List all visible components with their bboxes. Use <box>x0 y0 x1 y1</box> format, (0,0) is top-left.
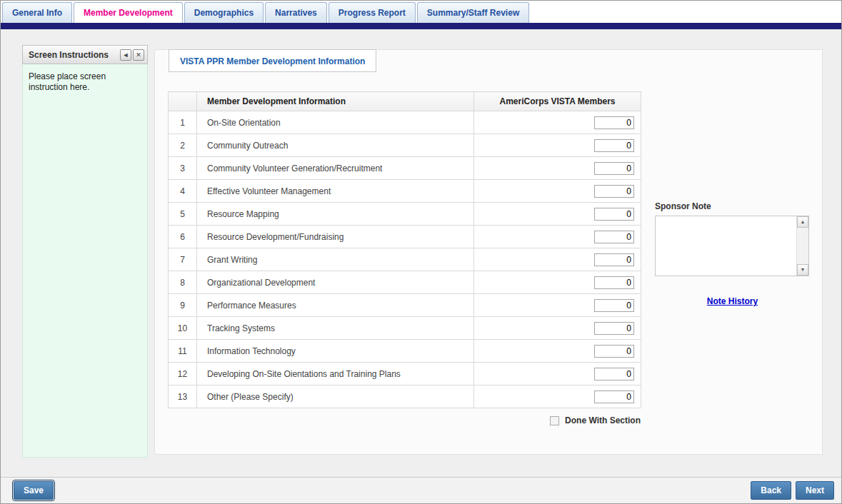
next-button[interactable]: Next <box>796 481 834 500</box>
member-dev-rows: 1On-Site Orientation2Community Outreach3… <box>169 111 641 408</box>
table-row: 8Organizational Development <box>169 271 641 294</box>
screen-instructions-panel: Screen Instructions ◄ ✕ Please place scr… <box>22 45 148 458</box>
row-label: Performance Measures <box>197 294 474 317</box>
row-value-cell <box>474 317 641 340</box>
close-panel-icon[interactable]: ✕ <box>133 49 144 61</box>
row-label: On-Site Orientation <box>197 111 474 134</box>
vista-members-input[interactable] <box>594 139 634 152</box>
workspace: Screen Instructions ◄ ✕ Please place scr… <box>1 29 841 478</box>
row-number: 6 <box>169 226 197 248</box>
vista-members-input[interactable] <box>594 390 634 403</box>
row-value-cell <box>474 248 641 271</box>
header-members-col: AmeriCorps VISTA Members <box>474 92 641 111</box>
row-value-cell <box>474 363 641 385</box>
tab-demographics[interactable]: Demographics <box>184 2 264 23</box>
row-number: 1 <box>169 111 197 134</box>
ppr-application-window: General Info Member Development Demograp… <box>0 0 842 504</box>
vista-members-input[interactable] <box>594 322 634 335</box>
row-label: Effective Volunteer Management <box>197 180 474 203</box>
table-header-row: Member Development Information AmeriCorp… <box>169 92 641 111</box>
screen-instructions-header: Screen Instructions ◄ ✕ <box>22 45 148 64</box>
note-history-link[interactable]: Note History <box>655 296 810 306</box>
row-value-cell <box>474 226 641 248</box>
sponsor-note-section: Sponsor Note ▲ ▼ Note History <box>655 201 810 306</box>
scroll-down-icon[interactable]: ▼ <box>797 264 808 276</box>
row-value-cell <box>474 111 641 134</box>
sponsor-note-box: ▲ ▼ <box>655 216 809 276</box>
member-development-panel: VISTA PPR Member Development Information… <box>154 49 823 455</box>
vista-members-input[interactable] <box>594 162 634 175</box>
row-label: Resource Development/Fundraising <box>197 226 474 248</box>
vista-members-input[interactable] <box>594 231 634 243</box>
screen-instructions-body: Please place screen instruction here. <box>22 64 148 458</box>
row-label: Resource Mapping <box>197 203 474 226</box>
row-number: 2 <box>169 134 197 157</box>
save-button[interactable]: Save <box>14 481 54 500</box>
header-number-col <box>169 92 197 111</box>
tab-general-info[interactable]: General Info <box>2 2 72 23</box>
sponsor-note-label: Sponsor Note <box>655 201 810 211</box>
row-label: Organizational Development <box>197 271 474 294</box>
row-label: Information Technology <box>197 340 474 363</box>
row-number: 8 <box>169 271 197 294</box>
vista-members-input[interactable] <box>594 368 634 380</box>
table-row: 6Resource Development/Fundraising <box>169 226 641 248</box>
done-with-section-label: Done With Section <box>565 415 641 425</box>
screen-instructions-text: Please place screen instruction here. <box>29 71 106 92</box>
vista-members-input[interactable] <box>594 345 634 358</box>
tabbar-underline <box>1 23 841 29</box>
row-number: 9 <box>169 294 197 317</box>
row-label: Community Outreach <box>197 134 474 157</box>
table-row: 5Resource Mapping <box>169 203 641 226</box>
row-value-cell <box>474 134 641 157</box>
done-with-section-row: Done With Section <box>168 415 641 425</box>
row-number: 3 <box>169 157 197 180</box>
vista-members-input[interactable] <box>594 253 634 266</box>
row-number: 5 <box>169 203 197 226</box>
sponsor-note-input[interactable] <box>656 216 796 276</box>
member-development-table: Member Development Information AmeriCorp… <box>168 91 641 408</box>
row-value-cell <box>474 157 641 180</box>
row-value-cell <box>474 340 641 363</box>
sponsor-note-scrollbar[interactable]: ▲ ▼ <box>796 216 808 276</box>
vista-members-input[interactable] <box>594 116 634 129</box>
vista-members-input[interactable] <box>594 299 634 312</box>
row-value-cell <box>474 180 641 203</box>
row-label: Community Volunteer Generation/Recruitme… <box>197 157 474 180</box>
row-number: 4 <box>169 180 197 203</box>
row-value-cell <box>474 203 641 226</box>
table-row: 1On-Site Orientation <box>169 111 641 134</box>
done-with-section-checkbox[interactable] <box>550 416 559 425</box>
row-number: 7 <box>169 248 197 271</box>
table-row: 13Other (Please Specify) <box>169 385 641 408</box>
collapse-panel-icon[interactable]: ◄ <box>120 49 131 61</box>
table-row: 11Information Technology <box>169 340 641 363</box>
vista-members-input[interactable] <box>594 185 634 198</box>
row-label: Grant Writing <box>197 248 474 271</box>
row-number: 11 <box>169 340 197 363</box>
tab-progress-report[interactable]: Progress Report <box>329 2 416 23</box>
screen-instructions-title: Screen Instructions <box>29 50 119 60</box>
scroll-up-icon[interactable]: ▲ <box>797 216 808 228</box>
row-value-cell <box>474 385 641 408</box>
member-development-table-wrap: Member Development Information AmeriCorp… <box>168 91 641 408</box>
tab-narratives[interactable]: Narratives <box>265 2 327 23</box>
vista-members-input[interactable] <box>594 208 634 221</box>
table-row: 4Effective Volunteer Management <box>169 180 641 203</box>
header-info-col: Member Development Information <box>197 92 474 111</box>
vista-members-input[interactable] <box>594 276 634 289</box>
table-row: 12Developing On-Site Oientations and Tra… <box>169 363 641 385</box>
back-button[interactable]: Back <box>751 481 791 500</box>
row-label: Other (Please Specify) <box>197 385 474 408</box>
row-label: Tracking Systems <box>197 317 474 340</box>
footer-bar: Save Back Next <box>1 477 841 503</box>
row-number: 13 <box>169 385 197 408</box>
table-row: 2Community Outreach <box>169 134 641 157</box>
row-number: 10 <box>169 317 197 340</box>
tab-member-development[interactable]: Member Development <box>74 2 183 23</box>
table-row: 10Tracking Systems <box>169 317 641 340</box>
table-row: 7Grant Writing <box>169 248 641 271</box>
table-row: 3Community Volunteer Generation/Recruitm… <box>169 157 641 180</box>
tab-summary-staff-review[interactable]: Summary/Staff Review <box>417 2 529 23</box>
table-row: 9Performance Measures <box>169 294 641 317</box>
